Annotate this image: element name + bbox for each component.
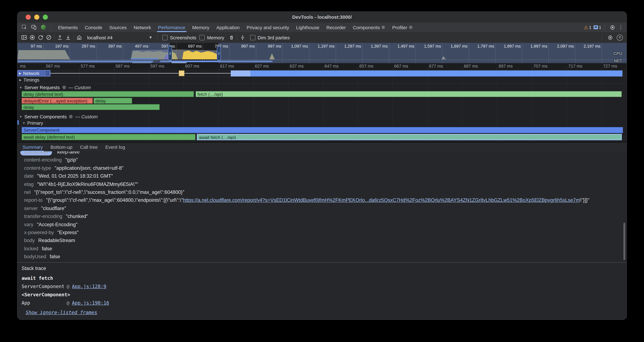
memory-checkbox[interactable]: Memory [200,35,224,40]
screenshots-checkbox[interactable]: Screenshots [162,35,196,40]
report-to-url-link[interactable]: https://a.nel.cloudflare.com/report/v4?s… [183,197,580,203]
server-component-bar-servercomponent[interactable]: ServerComponent [22,127,623,133]
server-request-bar-delay[interactable]: delay [94,98,132,104]
divider [74,35,74,40]
checkbox-box [250,35,255,40]
overview-tick-label: 197 ms [43,44,68,48]
frame-at: @ [66,282,70,291]
overview-tick-label: 2,197 ms [575,44,600,48]
network-request-block[interactable] [179,71,184,76]
device-toolbar-icon[interactable] [30,24,38,31]
tab-sources[interactable]: Sources [106,23,130,32]
issues-badge[interactable]: 1 [594,25,601,30]
divider [605,25,605,30]
server-request-bar-fetch-api[interactable]: fetch (…/api) [196,91,622,97]
overview-tick-label: 1,697 ms [442,44,468,48]
summary-row-bodyused: bodyUsedfalse [18,252,626,261]
disclosure-closed-icon: ▶ [19,78,22,82]
record-button[interactable] [28,33,36,42]
tab-performance[interactable]: Performance [154,23,189,32]
timeline-overview[interactable]: 97 ms197 ms297 ms397 ms497 ms597 ms697 m… [18,43,626,64]
tab-memory[interactable]: Memory [189,23,213,32]
tab-network[interactable]: Network [130,23,154,32]
checkbox-box [162,35,168,40]
titlebar: DevTools - localhost:3000/ [18,12,626,23]
details-tabbar: SummaryBottom-upCall treeEvent log [18,142,626,152]
tab-components[interactable]: Components [350,23,389,32]
checkbox-box [200,35,205,40]
load-profile-icon[interactable] [56,33,64,42]
devtools-window: DevTools - localhost:3000/ ElementsConso… [17,12,627,320]
ruler-tick-label: 667 ms [394,64,408,69]
divider [54,35,54,40]
tab-label: Memory [192,25,209,30]
toggle-sidebar-icon[interactable] [20,33,28,42]
garbage-collect-icon[interactable] [228,33,236,42]
server-requests-track-header[interactable]: ▼ Server Requests — Custom [19,85,91,90]
settings-gear-icon[interactable] [608,24,616,31]
tracks-panel: ▶ Network ▶ Timings ▼ Server Requests — … [18,70,626,142]
details-tab-call-tree[interactable]: Call tree [76,142,102,152]
summary-row-connection: connection"keep-alive" [18,151,626,156]
react-atom-icon [409,25,413,29]
overview-tick-label: 497 ms [123,44,148,48]
tab-application[interactable]: Application [213,23,243,32]
live-metrics-home-icon[interactable] [75,33,83,42]
property-value: "Wed, 01 Oct 2025 18:32:01 GMT" [37,173,113,179]
server-request-bar-delay[interactable]: delay [22,104,160,110]
selection-right-handle[interactable]: ∥ [217,46,221,61]
frame-function: ServerComponent [22,282,66,291]
server-component-bar-await-fetch-api[interactable]: await fetch (…/api) [197,134,622,140]
tab-console[interactable]: Console [81,23,106,32]
track-color-chip [18,120,19,125]
ruler-tick-label: 617 ms [220,64,234,69]
tab-profiler[interactable]: Profiler [389,23,416,32]
property-key: x-powered-by [24,230,54,235]
react-atom-icon [69,115,73,119]
summary-row-etag: etag"W/\"4b1-RjEJloX9kRinu6F0MAZMmy6E5iA… [18,180,626,188]
panel-settings-gear-icon[interactable] [606,33,614,42]
desktop: DevTools - localhost:3000/ ElementsConso… [0,0,644,342]
summary-row-body: bodyReadableStream [18,236,626,245]
collapse-sections-icon[interactable] [238,33,247,42]
warnings-badge[interactable]: ⚠ 1 [584,25,591,30]
server-component-bar-await-delay-deferred-text[interactable]: await delay (deferred text) [22,134,196,140]
summary-row-date: date"Wed, 01 Oct 2025 18:32:01 GMT" [18,172,626,180]
disclosure-open-icon: ▼ [19,115,22,118]
drag-handle-icon[interactable] [46,72,49,75]
details-tab-bottom-up[interactable]: Bottom-up [46,142,76,152]
tab-privacy-and-security[interactable]: Privacy and security [243,23,292,32]
show-ignore-listed-frames-link[interactable]: Show ignore-listed frames [26,310,97,315]
details-tab-event-log[interactable]: Event log [102,142,129,152]
server-components-track-header[interactable]: ▼ Server Components — Custom [19,114,98,119]
server-request-bar-delayederror-ayed-exception[interactable]: delayedError (…ayed exception) [22,98,93,104]
timings-track-header[interactable]: ▶ Timings [19,77,39,83]
network-track-header[interactable]: ▶ Network [18,70,50,77]
scrollbar-thumb[interactable] [624,223,625,260]
details-tab-summary[interactable]: Summary [19,142,46,152]
dim-3rd-parties-checkbox[interactable]: Dim 3rd parties [250,35,290,40]
network-request-bar[interactable] [231,70,622,76]
network-request-waiting [231,70,250,76]
extension-gem-icon[interactable] [40,24,47,31]
help-icon[interactable]: ? [617,35,623,41]
property-value: ReadableStream [38,238,75,243]
server-request-bar-delay-deferred-text[interactable]: delay (deferred text) [22,91,194,97]
history-dropdown[interactable]: localhost #4 ▼ [84,34,155,41]
ruler-tick-label: 577 ms [81,64,95,69]
tab-lighthouse[interactable]: Lighthouse [293,23,323,32]
reload-and-record-button[interactable] [36,33,45,42]
primary-group-header[interactable]: ▼ Primary [22,121,43,126]
source-location-link[interactable]: App.js:128:9 [72,282,106,291]
inspect-element-icon[interactable] [20,24,28,31]
tab-recorder[interactable]: Recorder [323,23,349,32]
divider [50,25,51,30]
selection-left-handle[interactable]: ∥ [168,46,172,61]
warning-icon: ⚠ [584,25,588,30]
tab-elements[interactable]: Elements [54,23,81,32]
summary-row-nel: nel"{\"report_to\":\"cf-nel\",\"success_… [18,188,626,196]
save-profile-icon[interactable] [64,33,72,42]
source-location-link[interactable]: App.js:190:16 [72,299,109,307]
clear-button[interactable] [45,33,53,42]
kebab-menu-icon[interactable]: ⋮ [618,25,624,30]
